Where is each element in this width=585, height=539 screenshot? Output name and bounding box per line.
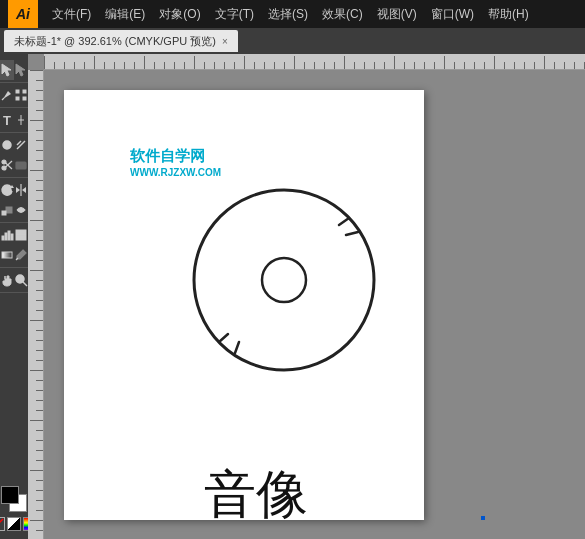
menu-object[interactable]: 对象(O) [153, 4, 206, 25]
main-area: T [0, 54, 585, 539]
menu-effect[interactable]: 效果(C) [316, 4, 369, 25]
svg-marker-0 [2, 64, 11, 76]
svg-rect-6 [23, 97, 26, 100]
shape-tools-group [0, 133, 28, 178]
selection-tools-group [0, 58, 28, 83]
svg-rect-3 [16, 90, 19, 93]
svg-line-38 [346, 232, 358, 235]
gradient-tool[interactable] [0, 245, 14, 265]
pen-tools-group [0, 83, 28, 108]
scale-tool[interactable] [0, 200, 14, 220]
foreground-color[interactable] [1, 486, 19, 504]
ruler-left: (function(){ const r = document.getEleme… [28, 70, 44, 539]
default-colors-button[interactable] [7, 517, 21, 531]
reflect-tool[interactable] [14, 180, 28, 200]
menu-view[interactable]: 视图(V) [371, 4, 423, 25]
watermark-text: 软件自学网 WWW.RJZXW.COM [130, 146, 221, 179]
type-tools-group: T [0, 108, 28, 133]
type-tool[interactable]: T [0, 110, 14, 130]
svg-rect-25 [8, 231, 10, 240]
svg-point-9 [3, 141, 11, 149]
disc-svg [184, 180, 384, 380]
svg-line-33 [23, 282, 27, 286]
svg-rect-26 [11, 234, 13, 240]
svg-point-35 [194, 190, 374, 370]
svg-line-37 [339, 218, 349, 225]
vertical-type-tool[interactable] [14, 110, 28, 130]
svg-line-11 [17, 141, 21, 145]
graph-tools-group [0, 223, 28, 268]
menu-select[interactable]: 选择(S) [262, 4, 314, 25]
title-bar: Ai 文件(F) 编辑(E) 对象(O) 文字(T) 选择(S) 效果(C) 视… [0, 0, 585, 28]
scissors-tool[interactable] [0, 155, 14, 175]
color-swatch-area [0, 482, 28, 535]
menu-help[interactable]: 帮助(H) [482, 4, 535, 25]
hand-tool[interactable] [0, 270, 14, 290]
svg-line-10 [17, 141, 25, 149]
view-tools-group [0, 268, 28, 293]
tab-close-button[interactable]: × [222, 36, 228, 47]
pen-tool[interactable] [0, 85, 14, 105]
kanji-text: 音像 [204, 460, 308, 530]
add-anchor-tool[interactable] [14, 85, 28, 105]
cd-disc-graphic [184, 180, 384, 384]
svg-marker-19 [16, 187, 20, 193]
svg-marker-1 [16, 64, 25, 76]
svg-line-39 [219, 334, 228, 342]
toolbar: T [0, 54, 28, 539]
watermark-line2: WWW.RJZXW.COM [130, 166, 221, 179]
svg-line-2 [2, 98, 4, 100]
svg-rect-5 [16, 97, 19, 100]
menu-window[interactable]: 窗口(W) [425, 4, 480, 25]
document-tab[interactable]: 未标题-1* @ 392.61% (CMYK/GPU 预览) × [4, 30, 238, 52]
transform-tools-group [0, 178, 28, 223]
app-logo: Ai [8, 0, 38, 28]
zoom-tool[interactable] [14, 270, 28, 290]
svg-rect-30 [2, 252, 12, 258]
line-tool[interactable] [0, 135, 14, 155]
svg-line-34 [0, 519, 3, 529]
eyedropper-tool[interactable] [14, 245, 28, 265]
artboard: 软件自学网 WWW.RJZXW.COM [64, 90, 424, 520]
svg-rect-16 [16, 162, 26, 169]
graph-tool[interactable] [0, 225, 14, 245]
svg-rect-4 [23, 90, 26, 93]
svg-rect-21 [2, 211, 6, 215]
svg-point-36 [262, 258, 306, 302]
svg-point-32 [16, 275, 24, 283]
tab-title: 未标题-1* @ 392.61% (CMYK/GPU 预览) [14, 34, 216, 49]
warp-tool[interactable] [14, 200, 28, 220]
menu-bar: 文件(F) 编辑(E) 对象(O) 文字(T) 选择(S) 效果(C) 视图(V… [46, 4, 577, 25]
select-tool[interactable] [0, 60, 14, 80]
direct-select-tool[interactable] [14, 60, 28, 80]
tab-bar: 未标题-1* @ 392.61% (CMYK/GPU 预览) × [0, 28, 585, 54]
rotate-tool[interactable] [0, 180, 14, 200]
svg-rect-23 [2, 236, 4, 240]
watermark-line1: 软件自学网 [130, 146, 221, 166]
anchor-point [481, 516, 485, 520]
menu-edit[interactable]: 编辑(E) [99, 4, 151, 25]
svg-marker-20 [22, 187, 26, 193]
rect-tool[interactable] [14, 135, 28, 155]
svg-line-31 [16, 258, 18, 260]
menu-file[interactable]: 文件(F) [46, 4, 97, 25]
mesh-tool[interactable] [14, 225, 28, 245]
canvas-area: (function(){ const r = document.getEleme… [28, 54, 585, 539]
fg-bg-colors[interactable] [1, 486, 27, 512]
eraser-tool[interactable] [14, 155, 28, 175]
svg-rect-22 [6, 207, 12, 213]
ruler-top: (function(){ const r = document.getEleme… [44, 54, 585, 70]
svg-rect-24 [5, 233, 7, 240]
none-swatch[interactable] [0, 517, 5, 531]
svg-line-40 [235, 342, 239, 353]
menu-type[interactable]: 文字(T) [209, 4, 260, 25]
